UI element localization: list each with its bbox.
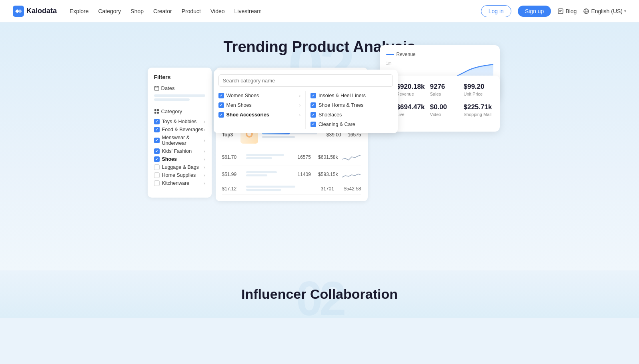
checkbox-kids[interactable]: ✓ [154,148,160,154]
stat-revenue: $920.18k Revenue [397,83,425,98]
chevron-right-icon: › [204,120,205,124]
extra-sales-2: 11409 [298,172,312,177]
checkbox-menswear[interactable]: ✓ [154,138,160,143]
filters-panel: Filters Dates [148,68,212,198]
stat-shopping-mall-label: Shopping Mall [464,112,493,117]
nav-category[interactable]: Category [98,6,121,16]
checkbox-kitchenware[interactable] [154,180,160,186]
checkbox-shoe-accessories[interactable]: ✓ [218,112,224,118]
checkbox-men-shoes[interactable]: ✓ [218,102,224,108]
category-col-1: ✓ Women Shoes › ✓ Men Shoes › [214,91,306,129]
bottom-section: 02 Influencer Collaboration [0,270,639,318]
nav-shop[interactable]: Shop [130,6,144,16]
cat-men-shoes[interactable]: ✓ Men Shoes › [217,100,302,110]
extra-price-1: $61.70 [222,154,242,160]
category-kitchenware[interactable]: Kitchenware › [154,179,205,187]
blog-link[interactable]: Blog [557,8,577,14]
chevron-right-icon: › [204,157,205,162]
svg-rect-11 [154,109,156,111]
category-search [214,70,398,87]
stat-live: $694.47k Live [397,103,425,119]
stat-unit-price-value: $99.20 [464,83,493,91]
cat-shoe-accessories[interactable]: ✓ Shoe Accessories › [217,110,302,120]
category-luggage[interactable]: Luggage & Bags › [154,163,205,171]
detail-stats: $920.18k Revenue 9276 Sales $99.20 Unit … [397,83,493,119]
stat-sales: 9276 Sales [430,83,459,98]
chevron-right-icon: › [204,173,205,178]
extra-row[interactable]: $61.70 16575 $601.58k [222,149,361,166]
checkbox-insoles[interactable]: ✓ [310,93,316,98]
svg-rect-14 [157,112,159,114]
nav-product[interactable]: Product [182,6,201,16]
extra-revenue-1: $601.58k [312,154,338,160]
extra-rows: $61.70 16575 $601.58k $51.99 [222,147,361,195]
stat-shopping-mall: $225.71k Shopping Mall [464,103,493,119]
checkbox-women-shoes[interactable]: ✓ [218,93,224,98]
checkbox-luggage[interactable] [154,164,160,170]
cat-cleaning[interactable]: ✓ Cleaning & Care [309,120,395,129]
navbar: Kalodata Explore Category Shop Creator P… [0,0,639,22]
category-col-2: ✓ Insoles & Heel Liners ✓ Shoe Horns & T… [306,91,398,129]
category-columns: ✓ Women Shoes › ✓ Men Shoes › [214,87,398,133]
calendar-icon [154,86,159,91]
logo-icon [13,6,24,17]
category-shoes[interactable]: ✓ Shoes › [154,155,205,163]
signup-button[interactable]: Sign up [518,6,551,17]
cat-shoe-horns[interactable]: ✓ Shoe Horns & Trees [309,100,395,110]
stat-unit-price-label: Unit Price [464,92,493,96]
nav-creator[interactable]: Creator [153,6,172,16]
extra-revenue-2: $593.15k [312,172,338,177]
chevron-right-icon: › [204,138,205,143]
extra-row[interactable]: $51.99 11409 $593.15k [222,166,361,183]
hero-section: 02 Trending Product Analysis Filters Dat… [0,22,639,270]
checkbox-shoe-horns[interactable]: ✓ [310,102,316,108]
nav-livestream[interactable]: Livestream [234,6,262,16]
dates-label[interactable]: Dates [154,85,205,91]
legend-line [386,54,394,55]
checkbox-shoelaces[interactable]: ✓ [310,112,316,118]
category-filter-label[interactable]: Category [154,108,205,114]
cat-women-shoes[interactable]: ✓ Women Shoes › [217,91,302,100]
checkbox-cleaning[interactable]: ✓ [310,122,316,127]
extra-row[interactable]: $17.12 31701 $542.58 [222,183,361,195]
svg-rect-13 [154,112,156,114]
category-home[interactable]: Home Supplies › [154,171,205,179]
bottom-title: Influencer Collaboration [0,286,639,302]
category-toys[interactable]: ✓ Toys & Hobbies › [154,118,205,126]
cat-insoles[interactable]: ✓ Insoles & Heel Liners [309,91,395,100]
chevron-right-icon: › [204,128,205,132]
logo[interactable]: Kalodata [13,6,57,17]
chevron-right-icon: › [299,113,300,117]
checkbox-home[interactable] [154,172,160,178]
stat-video: $0.00 Video [430,103,459,119]
stat-live-label: Live [397,112,425,117]
stat-sales-value: 9276 [430,83,459,91]
stat-revenue-value: $920.18k [397,83,425,91]
category-menswear[interactable]: ✓ Menswear & Underwear › [154,134,205,147]
login-button[interactable]: Log in [481,5,511,17]
chart-legend: Revenue [386,52,493,57]
globe-icon [583,8,589,14]
extra-sales-1: 16575 [298,154,312,160]
svg-rect-1 [558,9,563,14]
checkbox-toys[interactable]: ✓ [154,119,160,124]
category-kids[interactable]: ✓ Kids' Fashion › [154,147,205,155]
checkbox-food[interactable]: ✓ [154,127,160,132]
nav-explore[interactable]: Explore [70,6,88,16]
nav-video[interactable]: Video [210,6,225,16]
filters-title: Filters [154,74,205,80]
category-filter: Category ✓ Toys & Hobbies › ✓ Food & Bev… [154,108,205,187]
filter-divider [154,105,205,105]
stat-revenue-label: Revenue [397,92,425,96]
category-search-input[interactable] [218,74,393,87]
checkbox-shoes[interactable]: ✓ [154,156,160,162]
category-food[interactable]: ✓ Food & Beverages › [154,126,205,134]
language-selector[interactable]: English (US) ▾ [583,8,626,14]
dates-filter[interactable]: Dates [154,85,205,101]
cat-shoelaces[interactable]: ✓ Shoelaces [309,110,395,120]
blog-icon [557,8,564,14]
language-label: English (US) [591,8,623,14]
svg-rect-7 [154,86,159,90]
extra-price-2: $51.99 [222,172,242,177]
extra-revenue-3: $542.58 [335,186,361,192]
